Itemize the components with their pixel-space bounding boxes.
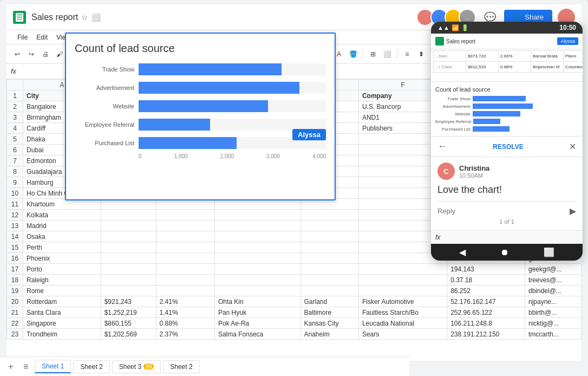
menu-file[interactable]: File	[13, 33, 32, 42]
cell-group[interactable]	[300, 264, 358, 275]
cell-group[interactable]	[300, 210, 358, 221]
home-nav-icon[interactable]: ⏺	[500, 248, 509, 257]
cell-profit[interactable]: $860,155	[101, 318, 156, 329]
cell-email[interactable]: bbirth@...	[525, 307, 581, 318]
table-row[interactable]: 23 Trondheim $1,202,569 2.37% Salma Fons…	[7, 329, 582, 340]
cell-salesperson[interactable]	[214, 242, 300, 253]
table-row[interactable]: 17 Porto 194.143 geekgrl@...	[7, 264, 582, 275]
back-nav-icon[interactable]: ◀	[459, 247, 466, 257]
cell-city[interactable]: Kolkata	[23, 210, 101, 221]
table-row[interactable]: 20 Rotterdam $921,243 2.41% Ohta Kin Gar…	[7, 296, 582, 307]
cell-profit[interactable]: $921,243	[101, 296, 156, 307]
cell-group[interactable]	[300, 231, 358, 242]
fill-color-button[interactable]: 🪣	[347, 48, 360, 61]
cell-salesperson[interactable]: Salma Fonseca	[214, 329, 300, 340]
cell-group[interactable]	[300, 221, 358, 231]
cell-profit[interactable]	[101, 253, 156, 264]
cell-profit[interactable]	[101, 231, 156, 242]
cell-company[interactable]	[358, 286, 447, 296]
reply-input[interactable]	[437, 207, 565, 215]
folder-icon[interactable]: ⬜	[92, 13, 101, 22]
cell-profit[interactable]: $1,202,569	[101, 329, 156, 340]
chart-overlay[interactable]: Count of lead source Trade Show Advertis…	[65, 33, 336, 200]
cell-email[interactable]: dbindel@...	[525, 286, 581, 296]
send-icon[interactable]: ▶	[570, 206, 576, 216]
cell-company[interactable]: Sears	[358, 329, 447, 340]
align-button[interactable]: ≡	[401, 48, 414, 61]
cell-group[interactable]: Garland	[300, 296, 358, 307]
cell-salesperson[interactable]: Pok Ae-Ra	[214, 318, 300, 329]
sheet-tab-3[interactable]: Sheet 3 99	[112, 360, 161, 373]
cell-email[interactable]: njpayne...	[525, 296, 581, 307]
cell-group[interactable]	[300, 275, 358, 286]
cell-ip[interactable]: 252.96.65.122	[447, 307, 525, 318]
cell-ip[interactable]: 0.37.18	[447, 275, 525, 286]
cell-profit[interactable]	[101, 275, 156, 286]
cell-company[interactable]: Leucadia National	[358, 318, 447, 329]
cell-city[interactable]: Santa Clara	[23, 307, 101, 318]
cell-group[interactable]	[300, 286, 358, 296]
cell-salesperson[interactable]	[214, 286, 300, 296]
cell-group[interactable]: Baltimore	[300, 307, 358, 318]
cell-city[interactable]: Madrid	[23, 221, 101, 231]
cell-profit[interactable]: $1,252,219	[101, 307, 156, 318]
cell-salesperson[interactable]	[214, 210, 300, 221]
table-row[interactable]: 22 Singapore $860,155 0.88% Pok Ae-Ra Ka…	[7, 318, 582, 329]
cell-gain[interactable]: 0.88%	[156, 318, 214, 329]
cell-gain[interactable]	[156, 221, 214, 231]
cell-gain[interactable]	[156, 231, 214, 242]
cell-group[interactable]: Kansas City	[300, 318, 358, 329]
cell-city[interactable]: Porto	[23, 264, 101, 275]
cell-city[interactable]: Trondheim	[23, 329, 101, 340]
cell-salesperson[interactable]	[214, 264, 300, 275]
cell-gain[interactable]: 1.41%	[156, 307, 214, 318]
cell-city[interactable]: Phoenix	[23, 253, 101, 264]
cell-ip[interactable]: 238.191.212.150	[447, 329, 525, 340]
cell-gain[interactable]: 2.37%	[156, 329, 214, 340]
cell-salesperson[interactable]	[214, 275, 300, 286]
cell-email[interactable]: nicktig@...	[525, 318, 581, 329]
cell-company[interactable]: Fisker Automotive	[358, 296, 447, 307]
cell-salesperson[interactable]: Ohta Kin	[214, 296, 300, 307]
cell-group[interactable]	[300, 242, 358, 253]
table-row[interactable]: 21 Santa Clara $1,252,219 1.41% Pan Hyuk…	[7, 307, 582, 318]
cell-email[interactable]: geekgrl@...	[525, 264, 581, 275]
cell-group[interactable]	[300, 253, 358, 264]
cell-gain[interactable]	[156, 242, 214, 253]
cell-gain[interactable]	[156, 286, 214, 296]
cell-profit[interactable]	[101, 221, 156, 231]
merge-button[interactable]: ⬜	[381, 48, 394, 61]
cell-profit[interactable]	[101, 210, 156, 221]
star-icon[interactable]: ☆	[81, 13, 88, 22]
resolve-button[interactable]: RESOLVE	[493, 143, 523, 151]
cell-company[interactable]	[358, 275, 447, 286]
cell-company[interactable]: Faultless Starch/Bo	[358, 307, 447, 318]
cell-company[interactable]	[358, 264, 447, 275]
cell-profit[interactable]	[101, 264, 156, 275]
cell-city[interactable]: Perth	[23, 242, 101, 253]
cell-ip[interactable]: 52.176.162.147	[447, 296, 525, 307]
cell-ip[interactable]: 86.252	[447, 286, 525, 296]
cell-city[interactable]: Rotterdam	[23, 296, 101, 307]
cell-salesperson[interactable]	[214, 231, 300, 242]
cell-gain[interactable]	[156, 210, 214, 221]
sheet-tab-2[interactable]: Sheet 2	[73, 360, 109, 373]
cell-gain[interactable]	[156, 253, 214, 264]
copy-format-button[interactable]: 🖌	[53, 48, 66, 61]
cell-email[interactable]: treeves@...	[525, 275, 581, 286]
undo-button[interactable]: ↩	[11, 48, 24, 61]
cell-gain[interactable]: 2.41%	[156, 296, 214, 307]
cell-profit[interactable]	[101, 286, 156, 296]
cell-group[interactable]: Anaheim	[300, 329, 358, 340]
sheet-tab-1[interactable]: Sheet 1	[35, 360, 71, 373]
menu-edit[interactable]: Edit	[32, 33, 52, 42]
cell-city[interactable]: Rome	[23, 286, 101, 296]
table-row[interactable]: 18 Raleigh 0.37.18 treeves@...	[7, 275, 582, 286]
borders-button[interactable]: ⊞	[367, 48, 380, 61]
cell-salesperson[interactable]: Pan Hyuk	[214, 307, 300, 318]
valign-button[interactable]: ⬍	[415, 48, 428, 61]
back-arrow-icon[interactable]: ←	[437, 141, 447, 152]
cell-city[interactable]: Osaka	[23, 231, 101, 242]
cell-profit[interactable]	[101, 242, 156, 253]
cell-salesperson[interactable]	[214, 253, 300, 264]
